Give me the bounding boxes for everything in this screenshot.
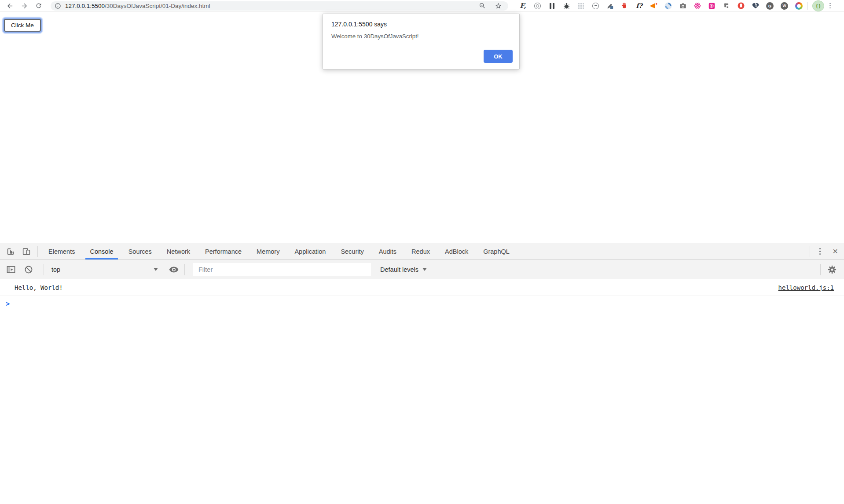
pink-gear-square-icon[interactable]: [708, 2, 716, 10]
pause-bars-icon[interactable]: [548, 2, 556, 10]
console-message-row: Hello, World! helloworld.js:1: [0, 279, 844, 296]
divider: [184, 264, 185, 275]
log-levels-label: Default levels: [380, 266, 418, 273]
address-bar[interactable]: 127.0.0.1:5500/30DaysOfJavaScript/01-Day…: [51, 1, 508, 11]
loop-target-icon[interactable]: [533, 2, 542, 10]
pink-atom-icon[interactable]: [693, 2, 701, 10]
tab-performance[interactable]: Performance: [198, 243, 249, 259]
extensions-strip: F, f?: [519, 2, 803, 10]
divider: [44, 264, 44, 275]
font-question-icon[interactable]: f?: [635, 2, 643, 10]
url-text[interactable]: 127.0.0.1:5500/30DaysOfJavaScript/01-Day…: [65, 3, 210, 9]
eyedropper-icon[interactable]: [606, 2, 614, 10]
zoom-icon[interactable]: [479, 2, 486, 9]
dash-circle-icon[interactable]: [591, 2, 600, 10]
blue-swirl-icon[interactable]: [664, 2, 672, 10]
browser-window: 127.0.0.1:5500/30DaysOfJavaScript/01-Day…: [0, 0, 844, 504]
faded-grid-icon[interactable]: [577, 2, 585, 10]
url-path: /30DaysOfJavaScript/01-Day/index.html: [105, 3, 210, 9]
page-content: Click Me 127.0.0.1:5500 says Welcome to …: [0, 12, 844, 243]
gear-icon[interactable]: [826, 264, 838, 275]
console-toolbar: top Default levels: [0, 260, 844, 279]
log-levels-select[interactable]: Default levels: [380, 266, 427, 273]
click-me-button[interactable]: Click Me: [4, 19, 41, 32]
stop-hand-icon[interactable]: [620, 2, 629, 10]
bug-icon[interactable]: [562, 2, 571, 10]
execution-context-select[interactable]: top: [51, 266, 158, 273]
devtools-kebab-menu-icon[interactable]: [813, 243, 826, 259]
divider: [820, 264, 821, 275]
execution-context-value: top: [51, 266, 60, 273]
alert-title: 127.0.0.1:5500 says: [331, 21, 511, 28]
tab-adblock[interactable]: AdBlock: [437, 243, 476, 259]
tab-security[interactable]: Security: [333, 243, 371, 259]
tab-sources[interactable]: Sources: [121, 243, 159, 259]
divider: [163, 264, 163, 275]
prompt-chevron-icon: >: [6, 300, 10, 308]
color-wheel-icon[interactable]: [795, 2, 803, 10]
kebab-menu-icon[interactable]: [826, 3, 834, 9]
letter-w-icon[interactable]: W: [780, 2, 789, 10]
bookmark-star-icon[interactable]: [495, 2, 502, 10]
tab-graphql[interactable]: GraphQL: [476, 243, 517, 259]
ok-button[interactable]: OK: [484, 50, 513, 63]
fonts-script-f-icon[interactable]: F,: [519, 2, 527, 10]
reload-icon[interactable]: [33, 1, 44, 11]
filter-input[interactable]: [193, 263, 371, 276]
letter-g-icon[interactable]: G: [766, 2, 774, 10]
devtools-panel: Elements Console Sources Network Perform…: [0, 243, 844, 504]
tab-console[interactable]: Console: [82, 243, 121, 259]
gray-pipe-icon[interactable]: [722, 2, 730, 10]
devtools-tabbar: Elements Console Sources Network Perform…: [0, 243, 844, 260]
alert-message: Welcome to 30DaysOfJavaScript!: [331, 33, 511, 40]
tab-redux[interactable]: Redux: [404, 243, 437, 259]
console-drawer-icon[interactable]: [5, 264, 17, 275]
spacer: [517, 243, 807, 259]
info-icon[interactable]: [55, 3, 61, 9]
eye-icon[interactable]: [168, 264, 180, 275]
device-toolbar-icon[interactable]: [18, 243, 34, 259]
red-bookmark-icon[interactable]: [737, 2, 745, 10]
inspect-icon[interactable]: [3, 243, 18, 259]
source-link[interactable]: helloworld.js:1: [778, 284, 834, 291]
tab-audits[interactable]: Audits: [371, 243, 404, 259]
camera-icon[interactable]: [679, 2, 687, 10]
browser-toolbar: 127.0.0.1:5500/30DaysOfJavaScript/01-Day…: [0, 0, 844, 12]
chevron-down-icon: [422, 268, 427, 271]
tab-application[interactable]: Application: [287, 243, 333, 259]
chevron-down-icon: [154, 268, 158, 271]
alert-dialog: 127.0.0.1:5500 says Welcome to 30DaysOfJ…: [323, 14, 520, 69]
url-host: 127.0.0.1:5500: [65, 3, 105, 9]
close-icon[interactable]: ×: [826, 243, 844, 259]
divider: [807, 2, 808, 10]
tab-memory[interactable]: Memory: [249, 243, 287, 259]
divider: [37, 246, 38, 257]
divider: [810, 246, 810, 257]
megaphone-icon[interactable]: [650, 2, 658, 10]
clear-console-icon[interactable]: [23, 264, 34, 275]
heart-search-icon[interactable]: [751, 2, 760, 10]
forward-icon[interactable]: [19, 1, 29, 11]
console-prompt[interactable]: >: [0, 296, 844, 312]
console-message-text: Hello, World!: [15, 284, 63, 291]
tab-elements[interactable]: Elements: [41, 243, 82, 259]
back-icon[interactable]: [4, 1, 15, 11]
profile-avatar[interactable]: {}: [812, 0, 824, 11]
tab-network[interactable]: Network: [159, 243, 198, 259]
